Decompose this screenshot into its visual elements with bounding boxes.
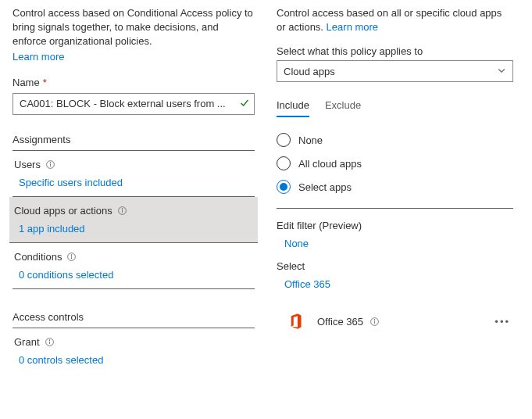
edit-filter-section: Edit filter (Preview) None (277, 220, 513, 249)
name-label-text: Name (12, 77, 40, 88)
chevron-down-icon (497, 66, 506, 77)
applies-to-dropdown[interactable]: Cloud apps (277, 60, 513, 82)
cloud-apps-description-text: Control access based on all or specific … (277, 7, 502, 33)
app-name-wrap: Office 365 (317, 316, 480, 328)
grant-row[interactable]: Grant 0 controls selected (12, 328, 255, 374)
conditions-value[interactable]: 0 conditions selected (14, 269, 253, 281)
info-icon[interactable] (45, 337, 55, 347)
radio-none[interactable]: None (277, 128, 513, 152)
info-icon[interactable] (45, 159, 55, 170)
info-icon[interactable] (66, 252, 77, 262)
conditions-label: Conditions (14, 251, 62, 263)
policy-description: Control access based on Conditional Acce… (12, 6, 255, 49)
apps-radio-group: None All cloud apps Select apps (277, 128, 513, 209)
radio-select-label: Select apps (298, 181, 352, 193)
required-asterisk: * (43, 77, 47, 88)
name-field-label: Name * (12, 77, 255, 88)
include-exclude-tabs: Include Exclude (277, 99, 513, 117)
users-value[interactable]: Specific users included (14, 177, 253, 188)
access-controls-header: Access controls (12, 311, 255, 328)
applies-to-value: Cloud apps (284, 66, 335, 77)
select-section: Select Office 365 (277, 260, 513, 290)
grant-label: Grant (14, 336, 40, 348)
learn-more-link-right[interactable]: Learn more (327, 21, 378, 33)
cloud-apps-value[interactable]: 1 app included (14, 223, 253, 235)
office-365-icon (284, 310, 306, 332)
name-input[interactable] (12, 93, 255, 115)
assignments-header: Assignments (12, 134, 255, 151)
learn-more-link-left[interactable]: Learn more (12, 51, 64, 63)
radio-none-label: None (298, 134, 323, 146)
users-label: Users (14, 159, 41, 170)
radio-all-label: All cloud apps (298, 158, 362, 170)
select-label: Select (277, 260, 513, 272)
app-row-office365: Office 365 ••• (284, 306, 513, 337)
applies-to-label: Select what this policy applies to (277, 45, 513, 57)
svg-point-11 (49, 339, 50, 340)
cloud-apps-description: Control access based on all or specific … (277, 6, 513, 34)
cloud-apps-row[interactable]: Cloud apps or actions 1 app included (9, 197, 258, 243)
info-icon[interactable] (370, 317, 380, 327)
check-icon (239, 97, 250, 110)
radio-icon (277, 156, 291, 170)
radio-icon (277, 133, 291, 147)
users-row[interactable]: Users Specific users included (12, 151, 255, 197)
svg-point-14 (374, 319, 375, 320)
svg-point-8 (71, 254, 72, 255)
svg-point-2 (50, 162, 51, 163)
selected-apps-list: Office 365 ••• (277, 306, 513, 337)
cloud-apps-label: Cloud apps or actions (14, 205, 112, 217)
app-name-text: Office 365 (317, 316, 363, 328)
radio-select-apps[interactable]: Select apps (277, 175, 513, 199)
radio-icon (277, 180, 291, 194)
conditions-row[interactable]: Conditions 0 conditions selected (12, 243, 255, 289)
svg-point-5 (122, 208, 123, 209)
select-value[interactable]: Office 365 (277, 278, 513, 290)
left-panel: Control access based on Conditional Acce… (0, 0, 267, 419)
grant-value[interactable]: 0 controls selected (14, 354, 253, 366)
radio-all-cloud-apps[interactable]: All cloud apps (277, 152, 513, 175)
name-input-wrap (12, 93, 255, 115)
tab-exclude[interactable]: Exclude (325, 99, 361, 117)
info-icon[interactable] (117, 206, 127, 216)
edit-filter-label: Edit filter (Preview) (277, 220, 513, 231)
tab-include[interactable]: Include (277, 99, 309, 117)
more-options-icon[interactable]: ••• (491, 316, 513, 328)
edit-filter-value[interactable]: None (277, 238, 513, 249)
right-panel: Control access based on all or specific … (267, 0, 532, 419)
